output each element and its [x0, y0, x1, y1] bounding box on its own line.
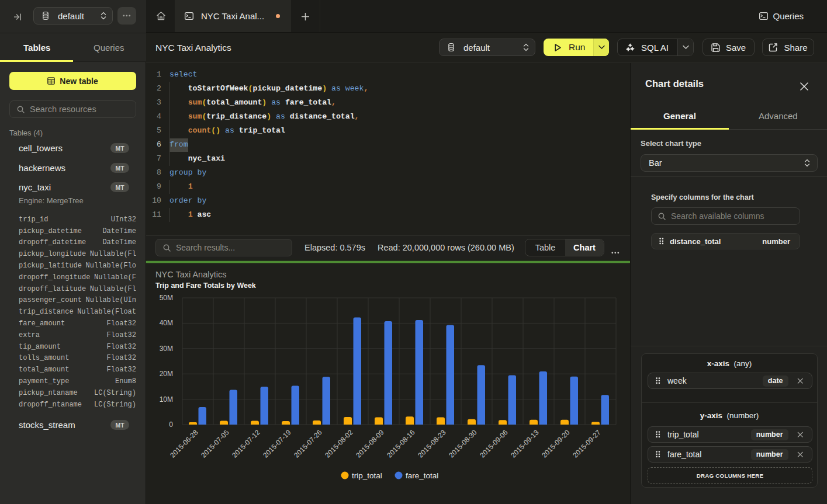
svg-text:2015-09-27: 2015-09-27: [571, 428, 603, 460]
svg-text:2015-08-30: 2015-08-30: [447, 428, 479, 460]
svg-text:40M: 40M: [160, 319, 173, 327]
svg-text:0: 0: [169, 420, 173, 429]
svg-text:2015-08-23: 2015-08-23: [416, 428, 448, 460]
svg-text:50M: 50M: [160, 294, 173, 302]
svg-text:10M: 10M: [160, 395, 173, 404]
svg-text:2015-08-16: 2015-08-16: [385, 428, 417, 460]
svg-text:20M: 20M: [160, 370, 173, 378]
svg-text:2015-08-02: 2015-08-02: [323, 428, 355, 460]
svg-text:2015-07-12: 2015-07-12: [230, 428, 262, 460]
svg-text:30M: 30M: [160, 345, 173, 353]
svg-text:2015-09-20: 2015-09-20: [540, 428, 572, 460]
svg-text:fare_total: fare_total: [406, 471, 438, 480]
svg-text:trip_total: trip_total: [352, 471, 382, 480]
svg-text:2015-07-19: 2015-07-19: [261, 428, 293, 460]
svg-text:2015-07-05: 2015-07-05: [199, 428, 231, 460]
svg-text:2015-09-06: 2015-09-06: [478, 428, 510, 460]
svg-text:2015-07-26: 2015-07-26: [292, 428, 324, 460]
svg-text:2015-09-13: 2015-09-13: [509, 428, 541, 460]
svg-text:2015-08-09: 2015-08-09: [354, 428, 386, 460]
svg-text:2015-06-28: 2015-06-28: [168, 428, 200, 460]
